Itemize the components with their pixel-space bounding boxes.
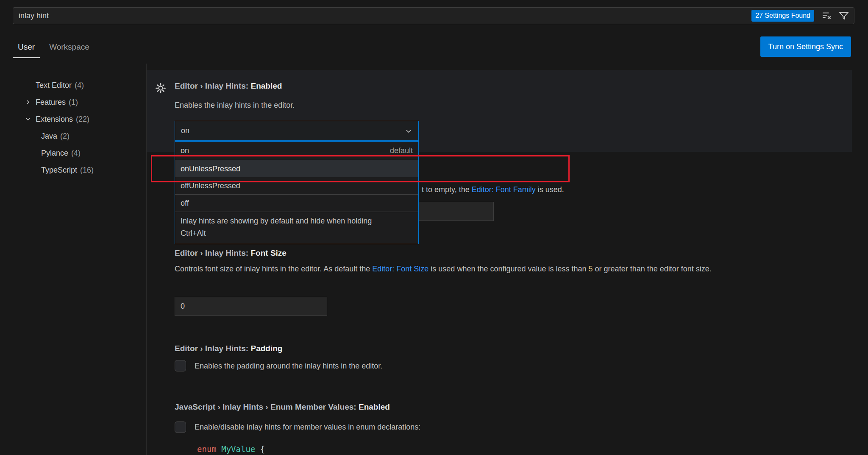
toc-count: (22) <box>76 115 89 124</box>
settings-toc: Text Editor (4) Features (1) Extensions … <box>0 77 146 179</box>
padding-checkbox[interactable] <box>175 360 186 371</box>
tab-workspace[interactable]: Workspace <box>44 39 95 58</box>
setting-category: JavaScript › Inlay Hints › Enum Member V… <box>175 402 359 411</box>
dropdown-option-on[interactable]: on default <box>175 142 418 160</box>
code-snippet-line: enum MyValue { <box>197 444 265 454</box>
padding-description: Enables the padding around the inlay hin… <box>195 362 382 371</box>
option-label: on <box>181 146 189 155</box>
gear-icon[interactable] <box>155 83 166 94</box>
text-part: enum <box>197 444 221 454</box>
toc-count: (4) <box>71 149 81 158</box>
dropdown-option-offunlesspressed[interactable]: offUnlessPressed <box>175 177 418 194</box>
toc-label: Text Editor <box>36 81 72 90</box>
font-family-description-fragment: t to empty, the Editor: Font Family is u… <box>422 185 564 194</box>
clear-search-filters-icon[interactable] <box>820 9 834 22</box>
toc-label: Pylance <box>41 149 68 158</box>
settings-link[interactable]: Editor: Font Size <box>372 265 428 273</box>
turn-on-settings-sync-button[interactable]: Turn on Settings Sync <box>760 36 851 57</box>
option-detail: default <box>390 146 413 155</box>
setting-title-enum-member-values-enabled: JavaScript › Inlay Hints › Enum Member V… <box>175 402 390 412</box>
setting-category: Editor › Inlay Hints: <box>175 344 250 353</box>
setting-title-inlay-hints-padding: Editor › Inlay Hints: Padding <box>175 344 282 353</box>
text-part: MyValue <box>221 444 260 454</box>
dropdown-option-onunlesspressed[interactable]: onUnlessPressed <box>175 160 418 177</box>
settings-link[interactable]: Editor: Font Family <box>472 185 536 194</box>
setting-category: Editor › Inlay Hints: <box>175 81 250 90</box>
toc-count: (4) <box>75 81 84 90</box>
sidebar-item-java[interactable]: Java (2) <box>0 128 146 145</box>
text-part: { <box>260 444 265 454</box>
settings-count-badge: 27 Settings Found <box>751 10 814 22</box>
dropdown-option-off[interactable]: off <box>175 195 418 212</box>
option-label: off <box>181 199 189 208</box>
tab-user[interactable]: User <box>13 39 40 58</box>
filter-icon[interactable] <box>837 9 851 22</box>
font-size-input[interactable] <box>175 297 327 316</box>
setting-description: Enables the inlay hints in the editor. <box>175 101 295 110</box>
toc-count: (2) <box>60 132 70 141</box>
text-part: 5 <box>589 265 593 273</box>
text-part: is used when the configured value is les… <box>428 265 588 273</box>
toc-label: Java <box>41 132 57 141</box>
font-size-description: Controls font size of inlay hints in the… <box>175 263 753 275</box>
text-part: is used. <box>536 185 564 194</box>
setting-category: Editor › Inlay Hints: <box>175 248 250 257</box>
sidebar-item-text-editor[interactable]: Text Editor (4) <box>0 77 146 94</box>
setting-title-inlay-hints-font-size: Editor › Inlay Hints: Font Size <box>175 248 287 258</box>
text-part: t to empty, the <box>422 185 472 194</box>
sidebar-item-extensions[interactable]: Extensions (22) <box>0 111 146 128</box>
dropdown-option-description: Inlay hints are showing by default and h… <box>175 212 378 244</box>
chevron-down-icon <box>24 115 32 123</box>
setting-name: Padding <box>250 344 282 353</box>
chevron-right-icon <box>24 98 32 106</box>
text-part: Controls font size of inlay hints in the… <box>175 265 372 273</box>
sidebar-item-pylance[interactable]: Pylance (4) <box>0 145 146 162</box>
scope-tabs: User Workspace <box>13 39 95 58</box>
sidebar-item-typescript[interactable]: TypeScript (16) <box>0 162 146 179</box>
option-label: onUnlessPressed <box>181 165 240 173</box>
option-label: offUnlessPressed <box>181 181 240 190</box>
inlay-hints-enabled-select[interactable]: on <box>175 121 419 141</box>
toc-label: TypeScript <box>41 166 77 175</box>
select-value: on <box>181 126 189 135</box>
toc-count: (1) <box>69 98 78 107</box>
setting-name: Enabled <box>359 402 390 411</box>
enum-member-values-description: Enable/disable inlay hints for member va… <box>195 423 420 432</box>
toc-count: (16) <box>80 166 94 175</box>
toc-label: Extensions <box>36 115 73 124</box>
setting-row-inlay-hints-enabled: Editor › Inlay Hints: Enabled Enables th… <box>147 70 852 152</box>
setting-name: Enabled <box>250 81 282 90</box>
search-input[interactable] <box>13 8 751 24</box>
text-part: or greater than the editor font size. <box>593 265 712 273</box>
chevron-down-icon <box>405 127 412 135</box>
toc-label: Features <box>36 98 66 107</box>
settings-search-box: 27 Settings Found <box>13 7 854 24</box>
setting-name: Font Size <box>250 248 286 257</box>
settings-editor: 27 Settings Found User Workspace Turn on… <box>0 0 868 455</box>
enum-member-values-checkbox[interactable] <box>175 422 186 433</box>
setting-title-inlay-hints-enabled: Editor › Inlay Hints: Enabled <box>175 81 282 91</box>
enabled-select-dropdown: on default onUnlessPressed offUnlessPres… <box>175 141 419 244</box>
sidebar-item-features[interactable]: Features (1) <box>0 94 146 111</box>
